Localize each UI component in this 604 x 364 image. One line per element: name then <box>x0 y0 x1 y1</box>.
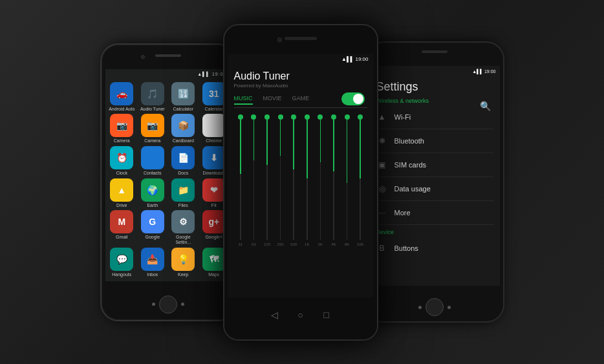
app-icon-drive[interactable]: ▲ Drive <box>108 178 136 208</box>
app-icon-label: Google+ <box>205 235 222 240</box>
app-icon-contacts[interactable]: 👤 Contacts <box>138 146 167 176</box>
signal-icons-left: ▲▌▌ 19:00 <box>197 72 226 76</box>
dot-right <box>181 303 184 306</box>
app-icon-label: Calendar <box>205 107 223 112</box>
eq-track-4 <box>293 169 294 240</box>
screen-left: ▲▌▌ 19:00 🚗 Android Auto 🎵 Audio Tuner 🔢… <box>105 69 231 281</box>
status-bar-middle: ▲▌▌ 19:00 <box>228 54 374 65</box>
settings-item-more[interactable]: ··· More <box>376 201 493 225</box>
app-icon-box: 🚗 <box>110 82 133 105</box>
app-icon-label: Google Settin... <box>169 235 198 244</box>
app-icon-label: Downloads <box>202 171 225 176</box>
settings-item-wi-fi[interactable]: ▲ Wi-Fi <box>376 105 493 129</box>
toggle-knob <box>353 94 363 104</box>
app-icon-files[interactable]: 📁 Files <box>169 178 198 208</box>
app-icon-inbox[interactable]: 📥 Inbox <box>138 248 167 277</box>
nav-home-icon[interactable]: ○ <box>294 308 307 321</box>
app-icon-label: Google <box>145 235 160 240</box>
app-icon-label: Chrome <box>206 138 222 144</box>
app-icon-box: 📄 <box>171 146 195 169</box>
app-icon-label: Hangouts <box>112 272 131 277</box>
eq-dot-1 <box>251 114 256 120</box>
eq-track-6 <box>320 162 321 240</box>
eq-dot-6 <box>318 114 323 120</box>
app-icon-keep[interactable]: 💡 Keep <box>169 248 198 277</box>
eq-bar-7 <box>329 117 340 240</box>
app-icon-camera[interactable]: 📷 Camera <box>138 114 167 144</box>
settings-title: Settings <box>376 80 493 94</box>
app-icon-label: Maps <box>208 272 219 277</box>
app-icon-label: Earth <box>147 203 158 208</box>
settings-item-data-usage[interactable]: ◎ Data usage <box>376 177 493 201</box>
camera-top-left <box>141 55 145 59</box>
app-icon-box: ⚙ <box>171 210 195 233</box>
eq-track-9 <box>360 178 361 240</box>
dot-right-r <box>448 306 451 309</box>
eq-dot-5 <box>305 114 310 120</box>
eq-label-9: 16K <box>355 242 366 246</box>
speaker-top-left <box>155 54 181 57</box>
settings-label-more: More <box>394 209 411 217</box>
nav-recent-icon[interactable]: □ <box>320 308 333 321</box>
settings-item-bluetooth[interactable]: ❋ Bluetooth <box>376 129 493 153</box>
app-icon-calculator[interactable]: 🔢 Calculator <box>169 82 198 112</box>
tab-game[interactable]: GAME <box>292 95 310 105</box>
home-button-right[interactable] <box>426 298 444 316</box>
eq-bar-0 <box>235 117 246 240</box>
app-icon-box: M <box>110 210 133 233</box>
eq-track-0 <box>240 174 241 240</box>
eq-line-0 <box>240 120 241 174</box>
phone-middle: ▲▌▌ 19:00 Audio Tuner Powered by MaxxAud… <box>223 24 378 341</box>
eq-dot-4 <box>291 114 296 120</box>
app-icon-box: 📁 <box>171 178 195 202</box>
home-button-left[interactable] <box>159 295 177 314</box>
eq-line-8 <box>347 120 348 183</box>
settings-content: Settings 🔍 Wireless & networks ▲ Wi-Fi ❋… <box>370 76 500 264</box>
settings-item-sim-cards[interactable]: ▣ SIM cards <box>376 153 493 177</box>
app-icon-google[interactable]: G Google <box>138 210 167 244</box>
app-icon-label: Cardboard <box>173 138 194 144</box>
eq-dot-7 <box>331 114 336 120</box>
app-icon-cardboard[interactable]: 📦 Cardboard <box>169 114 198 144</box>
eq-bar-8 <box>341 117 352 240</box>
phone-right: ▲▌▌ 19:00 Settings 🔍 Wireless & networks… <box>365 41 504 323</box>
speaker-top-middle <box>285 37 317 40</box>
settings-item-buttons[interactable]: B Buttons <box>376 237 493 260</box>
eq-label-1: 63 <box>248 242 259 246</box>
dot-left <box>152 303 155 306</box>
app-icon-camera[interactable]: 📷 Camera <box>108 114 136 144</box>
app-icon-docs[interactable]: 📄 Docs <box>169 146 198 176</box>
app-icon-label: Android Auto <box>109 107 135 112</box>
app-icon-earth[interactable]: 🌍 Earth <box>138 178 167 208</box>
app-icon-hangouts[interactable]: 💬 Hangouts <box>108 248 136 277</box>
app-icon-box: 💡 <box>171 248 195 271</box>
audio-tuner-subtitle: Powered by MaxxAudio <box>234 83 367 89</box>
eq-bar-6 <box>315 117 326 240</box>
app-icon-box: 📦 <box>171 114 195 137</box>
eq-labels: 31631252505001K2K4K8K16K <box>234 240 367 246</box>
app-icon-android-auto[interactable]: 🚗 Android Auto <box>108 82 136 112</box>
eq-track-5 <box>307 178 308 240</box>
app-icon-box: 🌍 <box>141 178 164 202</box>
app-icon-box: 🔢 <box>171 82 195 105</box>
search-icon[interactable]: 🔍 <box>480 101 491 111</box>
app-icon-box: 🎵 <box>141 82 164 105</box>
app-icon-google-settin---[interactable]: ⚙ Google Settin... <box>169 210 198 244</box>
status-bar-left: ▲▌▌ 19:00 <box>105 69 231 80</box>
tab-movie[interactable]: MOVIE <box>263 95 282 105</box>
app-icon-box: G <box>141 210 164 233</box>
app-icon-clock[interactable]: ⏰ Clock <box>108 146 136 176</box>
app-icon-audio-tuner[interactable]: 🎵 Audio Tuner <box>138 82 167 112</box>
tab-music[interactable]: MUSIC <box>234 95 253 105</box>
eq-bar-9 <box>355 117 366 240</box>
phones-container: ▲▌▌ 19:00 🚗 Android Auto 🎵 Audio Tuner 🔢… <box>0 0 604 364</box>
nav-back-icon[interactable]: ◁ <box>268 308 281 321</box>
equalizer <box>234 111 367 240</box>
audio-toggle[interactable] <box>341 92 365 105</box>
app-icon-box: 31 <box>202 82 226 105</box>
eq-line-2 <box>266 120 268 165</box>
audio-tuner-title: Audio Tuner <box>234 70 367 82</box>
app-icon-gmail[interactable]: M Gmail <box>108 210 136 244</box>
eq-track-7 <box>333 171 334 240</box>
app-icon-label: Files <box>178 203 188 208</box>
